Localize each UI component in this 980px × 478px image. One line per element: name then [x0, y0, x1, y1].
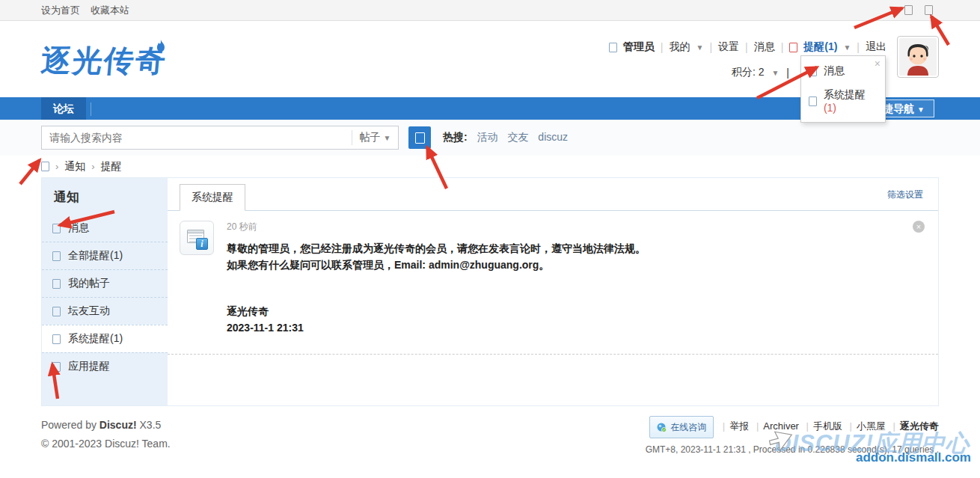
logout-link[interactable]: 退出 [866, 40, 886, 54]
set-homepage-link[interactable]: 设为首页 [41, 4, 80, 17]
breadcrumb-separator: › [91, 161, 94, 172]
breadcrumb-notice-link[interactable]: 通知 [64, 160, 85, 174]
dropdown-item-label: 系统提醒(1) [824, 88, 878, 114]
powered-by-text: Powered by [41, 419, 97, 431]
hot-search: 热搜: 活动 交友 discuz [443, 131, 568, 144]
discuz-brand[interactable]: Discuz! [99, 419, 137, 431]
sidebar-item-label: 消息 [68, 221, 89, 235]
settings-link[interactable]: 设置 [718, 40, 739, 54]
remind-link[interactable]: 提醒(1) [803, 40, 837, 54]
system-notice-icon: i [180, 221, 214, 255]
search-box: 帖子▼ [41, 126, 399, 150]
my-menu-link[interactable]: 我的 [670, 40, 690, 54]
footer-left: Powered by Discuz! X3.5 © 2001-2023 Disc… [41, 416, 171, 459]
user-avatar[interactable] [897, 36, 939, 78]
sidebar-item-label: 系统提醒(1) [68, 332, 123, 346]
flame-icon [155, 28, 167, 61]
broken-icon-1[interactable] [904, 5, 913, 15]
breadcrumb-remind-link[interactable]: 提醒 [101, 160, 122, 174]
search-strip: 帖子▼ 热搜: 活动 交友 discuz [0, 120, 980, 156]
sidebar-item-messages[interactable]: 消息 [42, 215, 168, 242]
divider: | [745, 41, 748, 53]
site-logo-text: 逐光传奇 [40, 44, 168, 77]
sidebar-broken-icon [52, 362, 61, 372]
notice-signature: 逐光传奇 [227, 303, 923, 319]
sidebar-broken-icon [52, 334, 61, 344]
unread-count: (1) [824, 102, 836, 114]
sidebar-broken-icon [52, 307, 61, 316]
caret-down-icon: ▼ [771, 69, 779, 77]
member-broken-icon [609, 43, 617, 52]
discuz-version: X3.5 [140, 419, 162, 431]
sidebar-item-app-remind[interactable]: 应用提醒 [42, 352, 168, 380]
top-utility-bar: 设为首页 收藏本站 [0, 0, 980, 21]
dropdown-close-icon[interactable]: × [875, 58, 881, 70]
watermark-domain: addon.dismall.com [856, 450, 971, 465]
username-link[interactable]: 管理员 [623, 40, 655, 54]
caret-down-icon: ▼ [917, 105, 925, 114]
breadcrumb: › 通知 › 提醒 [41, 156, 939, 177]
sidebar-item-label: 全部提醒(1) [68, 249, 123, 263]
notice-close-icon[interactable]: × [913, 221, 925, 233]
bookmark-site-link[interactable]: 收藏本站 [91, 4, 129, 17]
hot-link-1[interactable]: 活动 [477, 131, 498, 143]
nav-tab-forum[interactable]: 论坛 [41, 97, 86, 120]
user-menu-bar: 管理员 | 我的 ▼ | 设置 | 消息 | 提醒(1) ▼ | 退出 [609, 40, 886, 54]
notice-text-line2: 如果您有什么疑问可以联系管理员，Email: admin@zhuguang.or… [227, 257, 923, 273]
notice-body: 20 秒前 尊敬的管理员，您已经注册成为逐光传奇的会员，请您在发表言论时，遵守当… [227, 221, 923, 343]
home-broken-icon[interactable] [41, 162, 49, 171]
filter-settings-link[interactable]: 筛选设置 [887, 189, 923, 201]
divider: | [781, 41, 784, 53]
sidebar-broken-icon [52, 279, 61, 289]
sidebar-item-label: 我的帖子 [68, 277, 110, 290]
hot-link-3[interactable]: discuz [538, 131, 568, 143]
consult-icon [657, 423, 667, 432]
caret-down-icon: ▼ [384, 134, 391, 142]
divider: | [857, 41, 860, 53]
credits-link[interactable]: 积分: 2 [732, 66, 765, 79]
notice-time: 20 秒前 [227, 221, 923, 233]
nav-divider [91, 102, 91, 116]
divider: | [709, 41, 712, 53]
broken-icon-2[interactable] [925, 5, 933, 15]
sidebar-item-label: 应用提醒 [68, 360, 110, 373]
avatar-image [899, 38, 937, 76]
remind-broken-icon [789, 43, 797, 52]
search-broken-icon [415, 132, 425, 144]
sidebar-item-my-posts[interactable]: 我的帖子 [42, 269, 168, 297]
hot-link-2[interactable]: 交友 [507, 131, 528, 143]
sidebar-broken-icon [52, 251, 61, 261]
copyright-text: © 2001-2023 Discuz! Team. [41, 435, 171, 453]
remind-dropdown-panel: × 消息 系统提醒(1) [800, 55, 886, 123]
sidebar-item-system-remind[interactable]: 系统提醒(1) [42, 325, 168, 352]
caret-down-icon: ▼ [843, 43, 851, 52]
sidebar-item-friend-interaction[interactable]: 坛友互动 [42, 297, 168, 325]
dropdown-item-system-remind[interactable]: 系统提醒(1) [801, 83, 885, 119]
message-broken-icon [809, 67, 817, 76]
site-logo[interactable]: 逐光传奇 [40, 40, 169, 82]
credit-bar: 积分: 2 ▼ | [732, 66, 789, 79]
notice-sidebar: 通知 消息 全部提醒(1) 我的帖子 坛友互动 系统提醒(1) 应用提醒 [42, 178, 168, 405]
online-consult-button[interactable]: 在线咨询 [649, 416, 714, 438]
notice-text-line1: 尊敬的管理员，您已经注册成为逐光传奇的会员，请您在发表言论时，遵守当地法律法规。 [227, 240, 923, 257]
divider: | [661, 41, 664, 53]
divider: | [786, 67, 789, 79]
content-wrapper: 通知 消息 全部提醒(1) 我的帖子 坛友互动 系统提醒(1) 应用提醒 系统提… [41, 177, 939, 406]
annotation-arrow [20, 160, 40, 184]
search-input[interactable] [42, 132, 352, 144]
search-button[interactable] [408, 126, 431, 149]
footer-link-report[interactable]: 举报 [729, 420, 749, 432]
tab-row: 系统提醒 筛选设置 [168, 178, 938, 211]
tab-system-remind[interactable]: 系统提醒 [180, 184, 245, 211]
dropdown-item-messages[interactable]: 消息 [801, 59, 885, 83]
messages-link[interactable]: 消息 [754, 40, 775, 54]
notice-datetime: 2023-11-1 21:31 [227, 319, 923, 336]
sidebar-title: 通知 [42, 178, 168, 215]
notice-item: i 20 秒前 尊敬的管理员，您已经注册成为逐光传奇的会员，请您在发表言论时，遵… [168, 211, 938, 355]
divider: | [723, 420, 725, 432]
sidebar-item-all-reminds[interactable]: 全部提醒(1) [42, 242, 168, 269]
search-type-select[interactable]: 帖子▼ [352, 130, 398, 145]
system-remind-broken-icon [809, 96, 817, 106]
breadcrumb-separator: › [55, 161, 58, 172]
mouse-cursor-icon [762, 428, 793, 462]
